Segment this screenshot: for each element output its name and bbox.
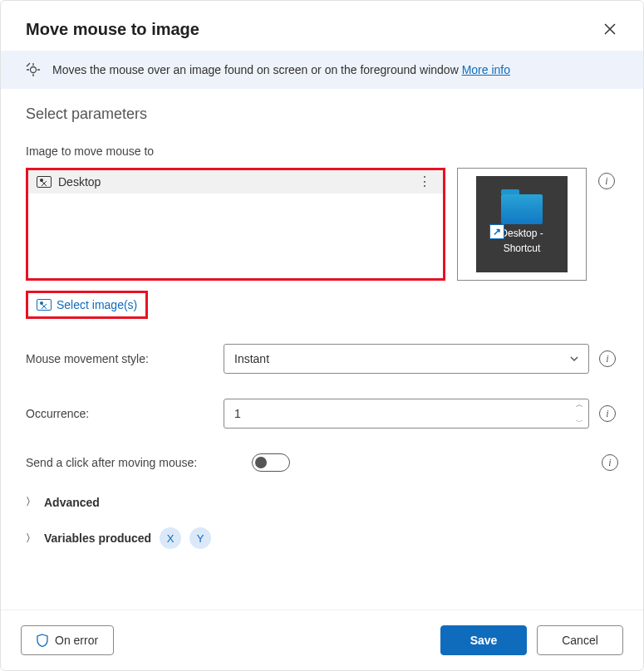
preview-thumbnail: ↗ Desktop - Shortcut	[476, 176, 568, 272]
chevron-right-icon: 〉	[26, 531, 36, 546]
variables-label: Variables produced	[44, 531, 151, 545]
occurrence-value: 1	[234, 407, 241, 420]
send-click-row: Send a click after moving mouse: i	[26, 453, 618, 472]
send-click-label: Send a click after moving mouse:	[26, 456, 242, 469]
dialog-move-mouse-to-image: Move mouse to image Moves the mouse over…	[0, 0, 644, 671]
image-list[interactable]: Desktop ⋮	[26, 168, 445, 281]
preview-caption-2: Shortcut	[504, 242, 541, 254]
movement-style-select[interactable]: Instant	[224, 344, 589, 374]
info-icon[interactable]: i	[599, 405, 616, 422]
advanced-label: Advanced	[44, 496, 100, 509]
info-icon[interactable]: i	[598, 173, 615, 189]
section-title: Select parameters	[26, 105, 618, 123]
image-preview: ↗ Desktop - Shortcut	[457, 168, 587, 281]
image-field-label: Image to move mouse to	[26, 144, 618, 158]
select-images-label: Select image(s)	[57, 298, 137, 311]
preview-caption-1: Desktop -	[500, 228, 543, 239]
dialog-body: Select parameters Image to move mouse to…	[1, 89, 643, 610]
select-images-button[interactable]: Select image(s)	[26, 291, 148, 319]
more-options-button[interactable]: ⋮	[415, 179, 435, 185]
advanced-expander[interactable]: 〉 Advanced	[26, 495, 618, 509]
info-banner-message: Moves the mouse over an image found on s…	[52, 63, 459, 76]
variable-badge-x[interactable]: X	[160, 527, 181, 549]
on-error-label: On error	[55, 634, 98, 647]
step-down-button[interactable]: ﹀	[572, 419, 587, 426]
close-button[interactable]	[597, 16, 623, 42]
image-list-item[interactable]: Desktop ⋮	[28, 170, 443, 193]
image-icon	[37, 299, 52, 311]
variables-expander[interactable]: 〉 Variables produced X Y	[26, 527, 618, 549]
save-label: Save	[470, 634, 498, 647]
svg-point-0	[31, 67, 37, 73]
movement-style-value: Instant	[234, 352, 269, 365]
movement-style-row: Mouse movement style: Instant i	[26, 344, 618, 374]
send-click-toggle[interactable]	[252, 453, 290, 472]
info-banner: Moves the mouse over an image found on s…	[1, 51, 643, 89]
movement-style-label: Mouse movement style:	[26, 352, 214, 365]
on-error-button[interactable]: On error	[21, 625, 114, 655]
shield-icon	[37, 634, 48, 647]
dialog-header: Move mouse to image	[1, 1, 643, 51]
info-icon[interactable]: i	[602, 454, 618, 471]
numeric-steppers: ︿ ﹀	[572, 401, 587, 426]
mouse-target-icon	[26, 62, 41, 77]
shortcut-overlay-icon: ↗	[489, 224, 504, 239]
more-info-link[interactable]: More info	[462, 63, 510, 76]
occurrence-row: Occurrence: 1 ︿ ﹀ i	[26, 399, 618, 429]
step-up-button[interactable]: ︿	[572, 401, 587, 409]
image-item-label: Desktop	[58, 175, 101, 189]
image-icon	[37, 176, 52, 188]
dialog-title: Move mouse to image	[26, 20, 199, 39]
occurrence-label: Occurrence:	[26, 407, 214, 420]
save-button[interactable]: Save	[440, 625, 527, 655]
variable-badge-y[interactable]: Y	[189, 527, 211, 549]
occurrence-input[interactable]: 1 ︿ ﹀	[224, 399, 589, 429]
info-icon[interactable]: i	[599, 350, 616, 367]
info-banner-text: Moves the mouse over an image found on s…	[52, 63, 510, 76]
dialog-footer: On error Save Cancel	[1, 610, 643, 670]
chevron-right-icon: 〉	[26, 495, 36, 509]
cancel-button[interactable]: Cancel	[537, 625, 623, 655]
chevron-down-icon	[568, 353, 580, 365]
cancel-label: Cancel	[562, 634, 598, 647]
folder-icon	[501, 194, 543, 224]
close-icon	[604, 23, 616, 35]
image-selection-row: Desktop ⋮ ↗ Desktop - Shortcut i	[26, 168, 618, 281]
